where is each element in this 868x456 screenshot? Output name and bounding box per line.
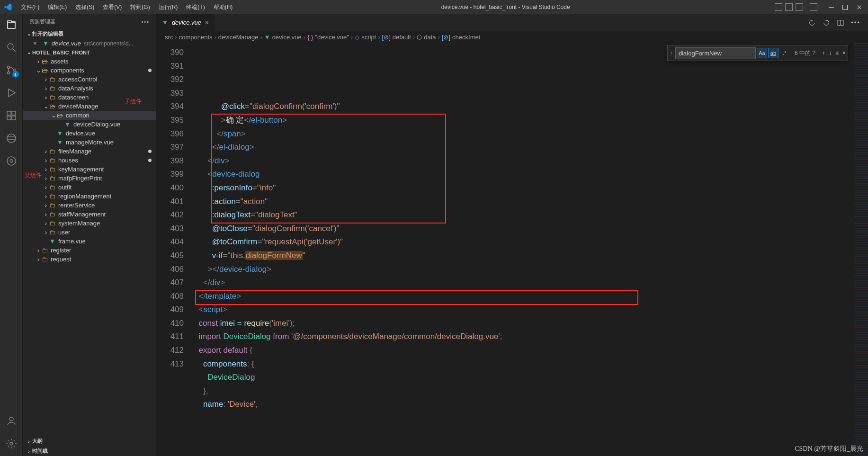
svg-point-11 bbox=[9, 417, 13, 421]
folder-item[interactable]: ›🗀outfit bbox=[23, 183, 156, 192]
split-editor-icon[interactable] bbox=[837, 19, 844, 27]
folder-item[interactable]: ›🗀systemManage bbox=[23, 219, 156, 228]
minimap[interactable] bbox=[854, 43, 868, 456]
find-widget: › Aa ab .* 6 中的 ? ↑ ↓ ≡ × bbox=[667, 45, 848, 61]
find-next-icon[interactable]: ↓ bbox=[827, 50, 833, 56]
folder-item[interactable]: ›🗀dataAnalysis bbox=[23, 84, 156, 93]
open-editor-path: src\components\d... bbox=[84, 40, 134, 47]
breadcrumbs[interactable]: src›components›deviceManage›▼ device.vue… bbox=[156, 31, 868, 43]
layout-icon[interactable] bbox=[796, 3, 803, 11]
explorer-sidebar: 资源管理器 ••• ⌄打开的编辑器 × ▼ device.vue src\com… bbox=[23, 14, 156, 456]
breadcrumb-item[interactable]: [⊘] default bbox=[382, 34, 411, 41]
menu-item[interactable]: 选择(S) bbox=[72, 1, 98, 13]
folder-item[interactable]: ›🗀request bbox=[23, 255, 156, 264]
svg-point-0 bbox=[8, 44, 13, 49]
folder-item[interactable]: ›🗀renterService bbox=[23, 201, 156, 210]
window-title: device.vue - hotel_basic_front - Visual … bbox=[236, 4, 775, 10]
svg-rect-5 bbox=[12, 111, 16, 115]
file-item[interactable]: ▼device.vue bbox=[23, 129, 156, 138]
breadcrumb-item[interactable]: src bbox=[165, 34, 173, 41]
folder-item[interactable]: ›🗁assets bbox=[23, 57, 156, 66]
more-actions-icon[interactable]: ••• bbox=[851, 19, 860, 26]
folder-item[interactable]: ›🗀mafpFingerPrint bbox=[23, 174, 156, 183]
explorer-activity[interactable] bbox=[5, 18, 18, 31]
folder-item[interactable]: ⌄🗁common bbox=[23, 111, 156, 120]
menu-item[interactable]: 终端(T) bbox=[182, 1, 208, 13]
docker-activity[interactable] bbox=[5, 154, 18, 168]
find-toggle-replace-icon[interactable]: › bbox=[668, 50, 675, 56]
folder-item[interactable]: ›🗀keyManagement bbox=[23, 165, 156, 174]
file-item[interactable]: ▼manageMore.vue bbox=[23, 138, 156, 147]
sidebar-title: 资源管理器 bbox=[29, 18, 55, 25]
menu-item[interactable]: 文件(F) bbox=[17, 1, 43, 13]
accounts-activity[interactable] bbox=[5, 414, 18, 428]
file-tree: 子组件 父组件 ›🗁assets⌄🗁components›🗀accessCont… bbox=[23, 57, 156, 436]
run-debug-activity[interactable] bbox=[5, 86, 18, 99]
menu-item[interactable]: 查看(V) bbox=[99, 1, 125, 13]
open-editors-section[interactable]: ⌄打开的编辑器 bbox=[23, 29, 156, 39]
vue-file-icon: ▼ bbox=[162, 19, 168, 26]
extensions-activity[interactable] bbox=[5, 109, 18, 122]
editor-actions: ••• bbox=[808, 14, 868, 31]
breadcrumb-item[interactable]: ▼ device.vue bbox=[264, 34, 302, 41]
breadcrumb-item[interactable]: ⬡ data bbox=[417, 34, 436, 41]
match-case-icon[interactable]: Aa bbox=[757, 48, 767, 58]
folder-item[interactable]: ›🗀houses bbox=[23, 156, 156, 165]
scm-badge: 1 bbox=[12, 71, 19, 78]
breadcrumb-item[interactable]: { } "device.vue" bbox=[307, 34, 349, 41]
folder-item[interactable]: ›🗀filesManage bbox=[23, 147, 156, 156]
folder-item[interactable]: ›🗀datascreen bbox=[23, 93, 156, 102]
menu-item[interactable]: 帮助(H) bbox=[210, 1, 237, 13]
minimize-button[interactable] bbox=[829, 5, 834, 10]
watermark: CSDN @芳草斜阳_晨光 bbox=[795, 445, 863, 453]
close-editor-icon[interactable]: × bbox=[33, 40, 40, 47]
find-selection-icon[interactable]: ≡ bbox=[833, 50, 841, 56]
match-whole-word-icon[interactable]: ab bbox=[768, 48, 779, 58]
find-result-count: 6 中的 ? bbox=[795, 49, 815, 57]
layout-icon[interactable] bbox=[785, 3, 793, 11]
go-forward-icon[interactable] bbox=[823, 19, 830, 27]
find-prev-icon[interactable]: ↑ bbox=[820, 50, 827, 56]
folder-item[interactable]: ⌄🗁components bbox=[23, 66, 156, 75]
menu-item[interactable]: 转到(G) bbox=[126, 1, 153, 13]
folder-item[interactable]: ›🗀staffManagement bbox=[23, 210, 156, 219]
code-content[interactable]: @click="dialogConfirm('confirm')" >确 定</… bbox=[194, 43, 854, 456]
search-activity[interactable] bbox=[5, 41, 18, 54]
breadcrumb-item[interactable]: [⊘] checkImei bbox=[442, 34, 480, 41]
layout-icon[interactable] bbox=[810, 3, 817, 11]
breadcrumb-item[interactable]: components bbox=[179, 34, 213, 41]
folder-item[interactable]: ›🗀regionManagement bbox=[23, 192, 156, 201]
close-tab-icon[interactable]: × bbox=[205, 19, 209, 26]
layout-controls[interactable] bbox=[775, 3, 817, 11]
scm-activity[interactable]: 1 bbox=[5, 63, 18, 77]
folder-item[interactable]: ⌄🗁deviceManage bbox=[23, 102, 156, 111]
close-window-button[interactable] bbox=[856, 5, 861, 10]
svg-point-9 bbox=[7, 157, 16, 165]
settings-activity[interactable] bbox=[5, 437, 18, 450]
find-close-icon[interactable]: × bbox=[841, 50, 848, 56]
folder-item[interactable]: ›🗀accessControl bbox=[23, 75, 156, 84]
open-editor-item[interactable]: × ▼ device.vue src\components\d... bbox=[23, 39, 156, 48]
regex-icon[interactable]: .* bbox=[779, 48, 790, 58]
go-back-icon[interactable] bbox=[808, 19, 816, 27]
file-item[interactable]: ▼frame.vue bbox=[23, 237, 156, 246]
remote-activity[interactable] bbox=[5, 132, 18, 145]
layout-icon[interactable] bbox=[775, 3, 782, 11]
sidebar-more-button[interactable]: ••• bbox=[141, 19, 150, 25]
project-section[interactable]: ⌄HOTEL_BASIC_FRONT bbox=[23, 48, 156, 57]
find-input[interactable] bbox=[675, 47, 756, 59]
editor[interactable]: 3903913923933943953963973983994004014024… bbox=[156, 43, 868, 456]
menu-item[interactable]: 编辑(E) bbox=[44, 1, 71, 13]
timeline-section[interactable]: ›时间线 bbox=[23, 446, 156, 456]
editor-tab[interactable]: ▼ device.vue × bbox=[156, 14, 215, 31]
file-item[interactable]: ▼deviceDialog.vue bbox=[23, 120, 156, 129]
folder-item[interactable]: ›🗀user bbox=[23, 228, 156, 237]
breadcrumb-item[interactable]: deviceManage bbox=[218, 34, 259, 41]
activity-bar: 1 bbox=[0, 14, 23, 456]
menu-item[interactable]: 运行(R) bbox=[155, 1, 182, 13]
outline-section[interactable]: ›大纲 bbox=[23, 436, 156, 446]
svg-point-1 bbox=[7, 66, 9, 69]
folder-item[interactable]: ›🗀register bbox=[23, 246, 156, 255]
maximize-button[interactable] bbox=[842, 5, 848, 10]
breadcrumb-item[interactable]: ◇ script bbox=[355, 34, 376, 41]
